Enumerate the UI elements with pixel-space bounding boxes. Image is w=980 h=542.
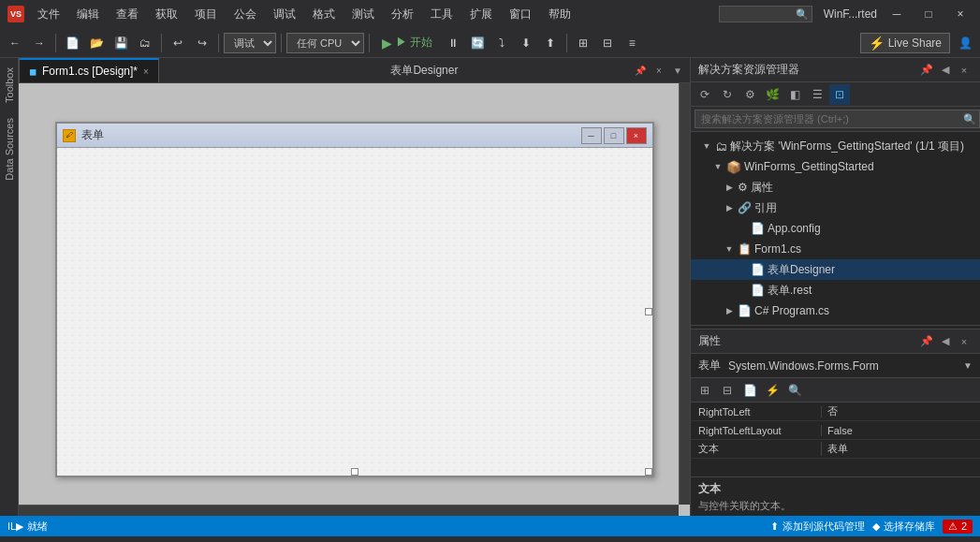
back-button[interactable]: ← [4,32,26,54]
account-button[interactable]: 👤 [954,32,976,54]
undo-button[interactable]: ↩ [167,32,189,54]
live-share-button[interactable]: ⚡ Live Share [860,33,950,53]
open-button[interactable]: 📂 [85,32,108,54]
tree-project[interactable]: ▼ 📦 WinForms_GettingStarted [691,156,980,177]
prop-row-text[interactable]: 文本 表单 [691,440,980,459]
debug-config-dropdown[interactable]: 调试 [224,33,276,53]
toolbar-extra-3[interactable]: ≡ [621,32,643,54]
new-file-button[interactable]: 📄 [61,32,83,54]
panel-close-button[interactable]: × [956,62,973,79]
props-search-btn[interactable]: 🔍 [784,380,805,401]
sol-sync-button[interactable]: ⟳ [695,84,715,105]
main-toolbar: ← → 📄 📂 💾 🗂 ↩ ↪ 调试 任何 CPU ▶ ▶ 开始 ⏸ 🔄 ⤵ ⬇… [0,28,980,58]
tree-item-form-rest[interactable]: 📄 表单.rest [691,280,980,300]
tree-item-appconfig[interactable]: 📄 App.config [691,218,980,239]
status-add-code[interactable]: ⬆ 添加到源代码管理 [770,520,865,534]
toolbar-separator-6 [566,34,567,52]
panel-auto-hide-button[interactable]: ◀ [937,62,954,79]
toolbar-extra-2[interactable]: ⊟ [596,32,619,54]
project-label: WinForms_GettingStarted [744,160,874,173]
form-maximize-btn[interactable]: □ [604,127,624,144]
tree-item-form-designer[interactable]: 📄 表单Designer [691,259,980,280]
menu-window[interactable]: 窗口 [502,5,539,24]
save-button[interactable]: 💾 [110,32,132,54]
tree-arrow-rest [737,285,748,296]
resize-handle-mr[interactable] [645,308,652,315]
form-body[interactable] [57,148,652,476]
props-subject-dropdown[interactable]: ▼ [963,360,973,371]
sol-preview-button[interactable]: ◧ [784,84,805,105]
menu-format[interactable]: 格式 [305,5,343,24]
tab-pin-button[interactable]: 📌 [632,62,649,79]
minimize-button[interactable]: ─ [885,5,909,23]
sol-active-button[interactable]: ⊡ [829,84,850,105]
status-store[interactable]: ◆ 选择存储库 [872,520,935,534]
menu-test[interactable]: 测试 [344,5,382,24]
tree-item-form1cs[interactable]: ▼ 📋 Form1.cs [691,239,980,259]
sol-filter-button[interactable]: ☰ [807,84,827,105]
props-pin-button[interactable]: 📌 [918,333,935,350]
menu-help[interactable]: 帮助 [541,5,578,24]
step-in-button[interactable]: ⬇ [515,32,537,54]
close-button[interactable]: × [948,5,973,23]
menu-edit[interactable]: 编辑 [69,5,107,24]
maximize-button[interactable]: □ [916,5,941,23]
designer-canvas[interactable]: 🖊 表单 ─ □ × [19,83,690,516]
props-event-btn[interactable]: ⚡ [762,380,783,401]
forward-button[interactable]: → [28,32,51,54]
menu-file[interactable]: 文件 [30,5,67,24]
pause-button[interactable]: ⏸ [442,32,464,54]
toolbox-label[interactable]: Toolbox [2,62,17,109]
tree-item-program[interactable]: ▶ 📄 C# Program.cs [691,300,980,321]
redo-button[interactable]: ↪ [191,32,213,54]
toolbar-extra-1[interactable]: ⊞ [572,32,594,54]
tab-form1-design[interactable]: ◼ Form1.cs [Design]* × [19,58,159,82]
designer-vscroll[interactable] [679,83,690,505]
start-button[interactable]: ▶ ▶ 开始 [374,33,440,52]
menu-guild[interactable]: 公会 [227,5,264,24]
step-out-button[interactable]: ⬆ [539,32,562,54]
form-close-btn[interactable]: × [626,127,647,144]
cpu-dropdown[interactable]: 任何 CPU [286,33,364,53]
sol-props-button[interactable]: ⚙ [739,84,760,105]
data-sources-label[interactable]: Data Sources [2,112,17,186]
menu-tools[interactable]: 工具 [423,5,461,24]
save-all-button[interactable]: 🗂 [134,32,156,54]
tree-item-properties[interactable]: ▶ ⚙ 属性 [691,177,980,198]
props-proppage-btn[interactable]: 📄 [739,380,760,401]
tab-close-button[interactable]: × [651,62,667,79]
tree-solution-root[interactable]: ▼ 🗂 解决方案 'WinForms_GettingStarted' (1/1 … [691,136,980,156]
tab-form1-close[interactable]: × [143,66,149,77]
menu-analyze[interactable]: 分析 [384,5,421,24]
props-category-btn[interactable]: ⊞ [695,380,715,401]
status-mode: IL▶ 就绪 [7,520,48,534]
prop-row-righttoleft[interactable]: RightToLeft 否 [691,403,980,421]
form-window[interactable]: 🖊 表单 ─ □ × [55,122,654,477]
form-title-text: 表单 [81,127,104,143]
props-close-button[interactable]: × [956,333,973,350]
restart-button[interactable]: 🔄 [466,32,489,54]
solution-search-input[interactable] [695,110,980,128]
form-minimize-btn[interactable]: ─ [581,127,602,144]
tab-settings-button[interactable]: ▼ [669,62,686,79]
menu-view[interactable]: 查看 [109,5,146,24]
menu-get[interactable]: 获取 [148,5,185,24]
menu-extend[interactable]: 扩展 [462,5,500,24]
sol-git-button[interactable]: 🌿 [762,84,783,105]
error-count: 2 [961,520,967,532]
prop-row-righttoleftlayout[interactable]: RightToLeftLayout False [691,421,980,440]
resize-handle-br[interactable] [645,468,652,476]
tab-form1-label: Form1.cs [Design]* [42,65,138,78]
designer-hscroll[interactable] [19,505,679,516]
step-over-button[interactable]: ⤵ [490,32,513,54]
props-alpha-btn[interactable]: ⊟ [717,380,738,401]
menu-project[interactable]: 项目 [187,5,225,24]
panel-pin-button[interactable]: 📌 [918,62,935,79]
sol-refresh-button[interactable]: ↻ [717,84,738,105]
status-errors[interactable]: ⚠ 2 [943,520,973,534]
props-hide-button[interactable]: ◀ [937,333,954,350]
tree-item-references[interactable]: ▶ 🔗 引用 [691,198,980,218]
menu-debug[interactable]: 调试 [266,5,303,24]
resize-handle-bm[interactable] [351,468,358,476]
live-share-label: Live Share [888,37,942,50]
